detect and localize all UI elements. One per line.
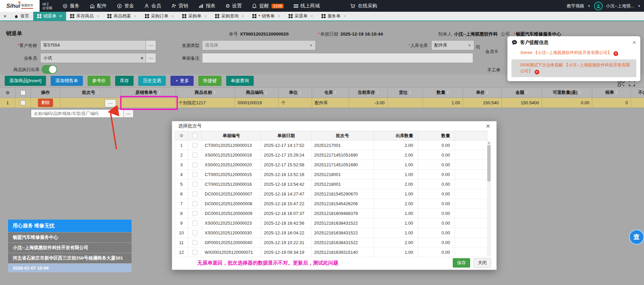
tab-close-icon[interactable]: ✕ [59,14,62,18]
col-warehouse[interactable]: 仓库▲▼ [312,88,349,98]
batch-row[interactable]: 6DC000120251200000072025-12-18 14:27:472… [175,189,487,199]
sort-icon[interactable]: ▲▼ [447,91,449,95]
doc-query-button[interactable]: 单据查询 [226,76,254,86]
qty[interactable]: 0.00 [418,160,455,170]
menu-item-marketing[interactable]: 营销 [171,3,188,9]
menu-item-member[interactable]: 会员 [144,3,161,9]
col-tax[interactable]: 税率▲▼ [592,88,631,98]
customer-input[interactable] [41,41,146,50]
close-icon[interactable]: ✕ [486,123,490,129]
invoice-type-select[interactable]: 请选择 ▼ [202,40,316,50]
batch-row[interactable]: 9XS000120251200000232025-12-18 16:42:562… [175,218,487,228]
menu-item-online-mall[interactable]: 线上商城 [294,3,320,9]
tab-close-icon[interactable]: ✕ [277,14,280,18]
row-checkbox[interactable] [188,179,202,189]
tab-close-icon[interactable]: ✕ [134,14,137,18]
tab-purchase-order[interactable]: 采购订单✕ [141,12,178,20]
batch-row[interactable]: 8DC000120251200000092025-12-18 16:07:372… [175,209,487,218]
row-checkbox[interactable] [188,189,202,199]
tab-service-order[interactable]: 服务单✕ [317,12,350,20]
col-slot[interactable]: 货位▲▼ [388,88,423,98]
dismiss-icon[interactable]: ✕ [613,51,618,56]
select-all-checkbox[interactable] [188,131,202,140]
select-all-checkbox[interactable] [15,88,31,98]
more-icon[interactable]: ⋯ [146,41,156,50]
col-unit[interactable]: 单位▲▼ [279,88,312,98]
qty[interactable]: 0.00 [418,150,455,160]
qty[interactable]: 0.00 [418,140,455,150]
menu-item-parts[interactable]: 配件 [90,3,107,9]
sort-icon[interactable]: ▲▼ [97,91,99,95]
row-checkbox[interactable] [188,170,202,179]
batch-row[interactable]: 11GP000120251200000402025-12-19 10:22:31… [175,238,487,247]
row-checkbox[interactable] [188,209,202,218]
row-checkbox[interactable] [188,247,202,257]
row-checkbox[interactable] [188,150,202,160]
tab-close-icon[interactable]: ✕ [310,14,313,18]
menu-item-report[interactable]: 报表 [198,3,215,9]
column-settings-button[interactable]: ⚙ [0,88,15,98]
stock-button[interactable]: 库存 [115,76,134,86]
menu-item-online-purchase[interactable]: 在线采购 [350,3,377,9]
tutorial-link[interactable]: 教学视频 [567,3,584,9]
sort-icon[interactable]: ▲▼ [579,91,581,95]
close-icon[interactable]: ✕ [632,40,636,46]
sort-icon[interactable]: ▲▼ [213,91,216,95]
row-price[interactable]: 150.540 [463,98,502,108]
salesman-field[interactable]: ✕ ⋯ [40,53,156,63]
sort-icon[interactable]: ▲▼ [526,91,528,95]
batch-row[interactable]: 3XS000120251200000202025-12-17 15:52:582… [175,160,487,170]
sort-icon[interactable]: ▲▼ [265,91,267,95]
row-checkbox[interactable] [188,238,202,247]
clear-icon[interactable]: ✕ [138,56,146,61]
qty[interactable]: 0.00 [418,189,455,199]
sort-icon[interactable]: ▲▼ [159,91,161,95]
col-price[interactable]: 单价▲▼ [463,88,502,98]
batch-row[interactable]: 2XS000120251200000192025-12-17 15:29:242… [175,150,487,160]
row-checkbox[interactable] [188,140,202,150]
dismiss-icon[interactable]: ✕ [535,70,539,74]
tabs-close-icon[interactable]: ✕ [0,12,10,20]
qty[interactable]: 0.00 [418,218,455,228]
qty[interactable]: 0.00 [418,170,455,179]
reference-price-button[interactable]: 参考价 [88,76,111,86]
col-current-stock[interactable]: 当前库存▲▼ [349,88,388,98]
sort-icon[interactable]: ▲▼ [615,91,618,95]
col-returnable[interactable]: 可退数量(基)▲▼ [542,88,592,98]
qty[interactable]: 0.00 [418,209,455,218]
grid-row-1[interactable]: 1 删除 个别指定1217 0000100019 个 配件库 -3.00 1.0… [0,98,644,108]
col-product-code[interactable]: 商品编码▲▼ [235,88,279,98]
tab-sales-return[interactable]: 销退单✕ [33,12,66,20]
menu-item-settings[interactable]: ⚙ 设置 [226,3,242,9]
col-price-no-tax[interactable]: 不含税单价▲▼ [631,88,644,98]
tab-close-icon[interactable]: ✕ [171,14,174,18]
batch-row[interactable]: 7DC000120251200000082025-12-18 15:47:222… [175,199,487,209]
history-button[interactable]: 历史交易 [138,76,166,86]
tab-purchase[interactable]: 采购单✕ [178,12,211,20]
scroll-up-icon[interactable]: ▲ [488,141,490,144]
sort-icon[interactable]: ▲▼ [409,91,411,95]
row-checkbox[interactable] [15,98,31,108]
warehouse-select[interactable]: 配件库 ▼ [431,40,474,50]
row-checkbox[interactable] [188,228,202,238]
user-avatar[interactable] [594,2,603,10]
shortcuts-button[interactable]: 快捷键 [198,76,221,86]
tab-close-icon[interactable]: ✕ [96,14,99,18]
batch-row[interactable]: 5CT000120251200000162025-12-18 13:54:422… [175,179,487,189]
tab-close-icon[interactable]: ✕ [343,14,346,18]
modal-scrollbar[interactable]: ▲ [487,141,491,257]
app-logo[interactable]: Sihui✻ 骐惠软件 [0,0,40,12]
menu-item-reminder[interactable]: 提醒 2108 [252,3,284,9]
delete-button[interactable]: 删除 [38,99,53,107]
outbound-toggle[interactable] [42,65,57,74]
col-qty[interactable]: 数量▲▼ [423,88,463,98]
remark-input[interactable] [202,53,473,63]
user-name[interactable]: 小沈--上海骐... [606,3,635,9]
tab-home[interactable]: 首页 [10,12,33,20]
sort-icon[interactable]: ▲▼ [377,91,379,95]
sort-icon[interactable]: ▲▼ [486,91,489,95]
column-settings-button[interactable]: ⚙ [175,131,188,140]
scrollbar-thumb[interactable] [487,145,491,182]
batch-row[interactable]: 4CT000120251200000152025-12-18 13:52:162… [175,170,487,179]
close-button[interactable]: 关闭 [474,258,491,268]
